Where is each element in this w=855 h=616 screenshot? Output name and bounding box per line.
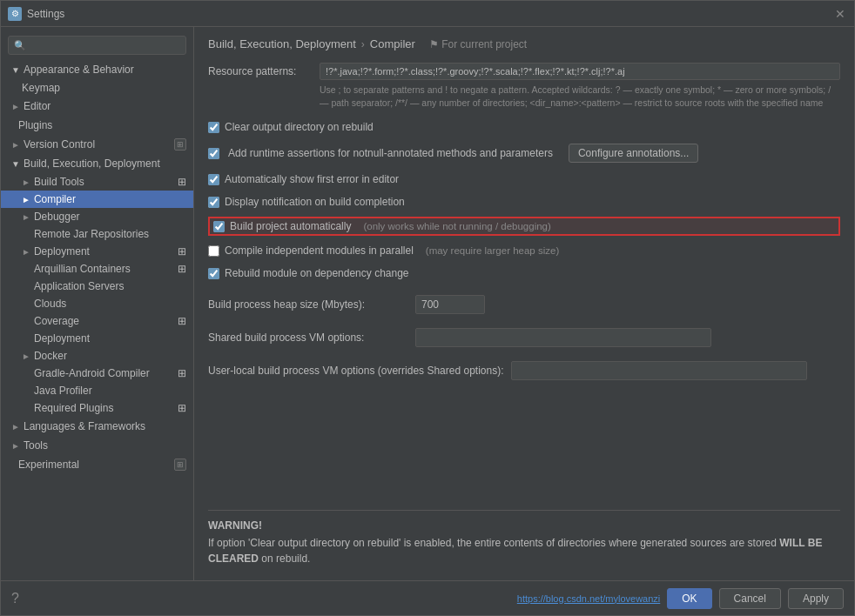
settings-window: ⚙ Settings ✕ 🔍 ▼ Appearance & Behavior K… [0,0,855,616]
sidebar-label: Docker [34,350,186,362]
sidebar-item-deployment2[interactable]: Deployment [1,330,193,347]
title-bar: ⚙ Settings ✕ [1,1,854,27]
sidebar-item-debugger[interactable]: ► Debugger [1,208,193,225]
breadcrumb: Build, Execution, Deployment › Compiler … [208,37,840,50]
sidebar-label: Appearance & Behavior [24,64,186,76]
shared-vm-label: Shared build process VM options: [208,331,408,344]
badge-icon: ⊞ [178,315,186,327]
resource-patterns-row: Resource patterns: Use ; to separate pat… [208,63,840,109]
sidebar-item-deployment[interactable]: ► Deployment ⊞ [1,243,193,260]
clear-output-label: Clear output directory on rebuild [225,121,374,133]
sidebar-item-tools[interactable]: ► Tools [1,436,193,455]
shared-vm-row: Shared build process VM options: [208,328,840,347]
cancel-button[interactable]: Cancel [719,588,781,609]
arrow-icon: ► [22,352,30,361]
clear-output-checkbox[interactable] [208,122,219,133]
build-project-automatically-checkbox[interactable] [213,221,225,232]
sidebar-item-plugins[interactable]: Plugins [1,116,193,135]
sidebar-item-appearance[interactable]: ▼ Appearance & Behavior [1,60,193,79]
search-input[interactable] [30,39,180,51]
sidebar-item-build-execution[interactable]: ▼ Build, Execution, Deployment [1,154,193,173]
sidebar-label: Debugger [34,211,186,223]
sidebar-item-build-tools[interactable]: ► Build Tools ⊞ [1,173,193,191]
resource-patterns-input[interactable] [320,63,840,80]
badge-icon: ⊞ [178,367,186,379]
sidebar-item-editor[interactable]: ► Editor [1,97,193,116]
warning-text: If option 'Clear output directory on reb… [208,535,840,566]
resource-patterns-label: Resource patterns: [208,63,313,77]
breadcrumb-current: Compiler [370,37,415,50]
help-button[interactable]: ? [11,591,19,606]
shared-vm-input[interactable] [415,328,711,347]
sidebar-item-languages[interactable]: ► Languages & Frameworks [1,417,193,436]
apply-button[interactable]: Apply [788,588,844,609]
search-box[interactable]: 🔍 [8,36,186,55]
footer-link[interactable]: https://blog.csdn.net/mylovewanzi [517,593,660,604]
display-notification-label: Display notification on build completion [225,196,405,208]
badge-icon: ⊞ [178,263,186,275]
add-runtime-assertions-row: Add runtime assertions for notnull-annot… [208,142,840,164]
sidebar-label: Gradle-Android Compiler [22,367,174,379]
sidebar-item-docker[interactable]: ► Docker [1,347,193,365]
clear-output-row: Clear output directory on rebuild [208,119,840,135]
resource-hint: Use ; to separate patterns and ! to nega… [320,84,840,109]
sidebar-item-required-plugins[interactable]: Required Plugins ⊞ [1,399,193,417]
title-bar-left: ⚙ Settings [8,7,64,21]
sidebar-label: Version Control [24,138,171,151]
show-first-error-row: Automatically show first error in editor [208,171,840,187]
sidebar-label: Build, Execution, Deployment [24,157,186,170]
rebuild-module-checkbox[interactable] [208,268,219,279]
arrow-icon: ► [11,422,20,432]
sidebar-item-coverage[interactable]: Coverage ⊞ [1,312,193,330]
footer-right: https://blog.csdn.net/mylovewanzi OK Can… [517,588,844,609]
sidebar-item-app-servers[interactable]: Application Servers [1,278,193,295]
compile-independent-checkbox[interactable] [208,245,219,257]
sidebar-label: Tools [24,439,186,452]
user-local-vm-label: User-local build process VM options (ove… [208,365,504,377]
display-notification-checkbox[interactable] [208,197,219,208]
sidebar-item-arquillian[interactable]: Arquillian Containers ⊞ [1,260,193,278]
show-first-error-checkbox[interactable] [208,174,219,185]
close-button[interactable]: ✕ [835,8,847,20]
badge-icon: ⊞ [174,138,186,151]
footer: ? https://blog.csdn.net/mylovewanzi OK C… [1,580,854,615]
build-project-automatically-label: Build project automatically [230,220,351,232]
heap-size-input[interactable] [415,295,485,314]
arrow-icon: ▼ [11,159,20,169]
sidebar-item-compiler[interactable]: ► Compiler [1,191,193,208]
warning-box: WARNING! If option 'Clear output directo… [208,510,840,570]
compile-independent-row: Compile independent modules in parallel … [208,243,840,258]
sidebar-item-experimental[interactable]: Experimental ⊞ [1,455,193,474]
arrow-icon: ► [22,195,30,204]
add-runtime-assertions-checkbox[interactable] [208,148,219,159]
main-panel: Build, Execution, Deployment › Compiler … [194,27,854,580]
sidebar-item-remote-jar[interactable]: Remote Jar Repositories [1,225,193,243]
arrow-icon: ► [22,212,30,222]
sidebar-label: Languages & Frameworks [24,420,186,432]
user-local-vm-row: User-local build process VM options (ove… [208,361,840,380]
heap-size-label: Build process heap size (Mbytes): [208,298,408,311]
window-title: Settings [27,8,64,20]
arrow-icon: ► [11,140,20,150]
sidebar-label: Build Tools [34,176,174,188]
sidebar-label: Remote Jar Repositories [22,228,186,240]
sidebar-item-gradle-android[interactable]: Gradle-Android Compiler ⊞ [1,365,193,382]
sidebar-item-clouds[interactable]: Clouds [1,295,193,312]
arrow-icon: ► [22,177,30,187]
sidebar-item-version-control[interactable]: ► Version Control ⊞ [1,135,193,154]
resource-input-wrap: Use ; to separate patterns and ! to nega… [320,63,840,109]
sidebar-label: Coverage [22,315,174,327]
user-local-vm-input[interactable] [511,361,807,380]
sidebar-item-keymap[interactable]: Keymap [1,79,193,97]
sidebar-item-java-profiler[interactable]: Java Profiler [1,382,193,399]
add-runtime-assertions-label: Add runtime assertions for notnull-annot… [228,147,553,159]
rebuild-module-label: Rebuild module on dependency change [225,267,409,279]
configure-annotations-button[interactable]: Configure annotations... [569,144,698,163]
sidebar-label: Required Plugins [22,402,174,414]
warning-title: WARNING! [208,519,840,532]
build-project-hint: (only works while not running / debuggin… [363,221,550,231]
arrow-icon: ▼ [11,65,20,75]
sidebar: 🔍 ▼ Appearance & Behavior Keymap ► Edito… [1,27,194,580]
sidebar-label: Clouds [22,298,186,310]
ok-button[interactable]: OK [667,588,711,609]
